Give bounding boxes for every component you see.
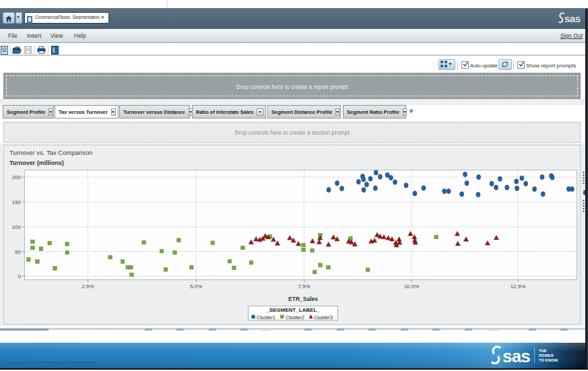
svg-text:12.5%: 12.5% (511, 283, 526, 290)
svg-text:Copyright © 2014, SAS Institut: Copyright © 2014, SAS Institute Inc. All… (5, 360, 96, 364)
svg-text:THE: THE (539, 349, 547, 353)
svg-text:Turnover vs. Tax Comparison: Turnover vs. Tax Comparison (9, 149, 93, 156)
svg-text:sas: sas (502, 346, 530, 366)
svg-text:sas: sas (564, 13, 581, 24)
svg-text:200: 200 (12, 174, 22, 180)
svg-text:Cluster1: Cluster1 (257, 314, 275, 321)
svg-text:_SEGMENT_LABEL_: _SEGMENT_LABEL_ (265, 307, 320, 313)
svg-text:10.0%: 10.0% (404, 283, 420, 290)
svg-text:ETR_Sales: ETR_Sales (288, 296, 318, 302)
svg-text:150: 150 (12, 199, 22, 205)
svg-text:2.5%: 2.5% (81, 283, 94, 290)
svg-text:Cluster2: Cluster2 (286, 314, 304, 321)
svg-text:7.5%: 7.5% (298, 283, 310, 290)
svg-text:POWER: POWER (539, 353, 554, 358)
svg-text:Turnover (millions): Turnover (millions) (9, 160, 64, 166)
svg-text:50: 50 (15, 249, 21, 255)
svg-text:100: 100 (12, 224, 22, 230)
svg-text:TO KNOW.: TO KNOW. (539, 358, 559, 362)
svg-text:Cluster3: Cluster3 (314, 314, 333, 321)
svg-text:0: 0 (18, 273, 22, 279)
svg-text:5.0%: 5.0% (190, 283, 202, 290)
